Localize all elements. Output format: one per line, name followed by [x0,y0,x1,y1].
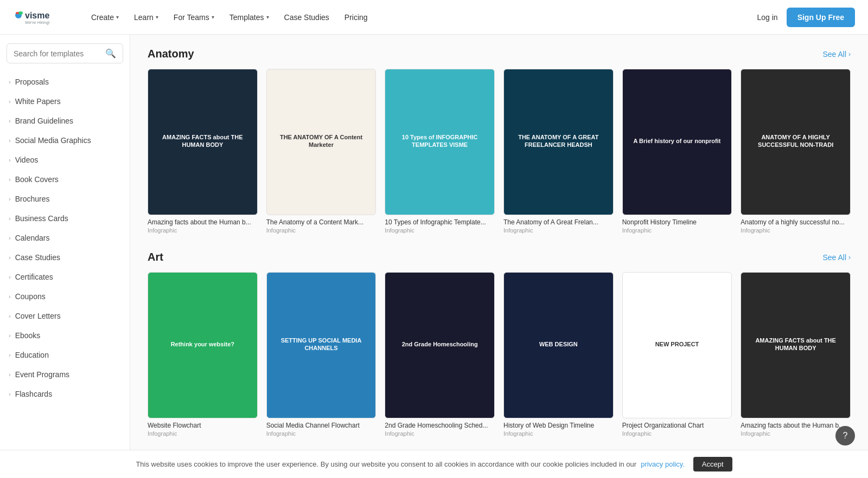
card-title: Anatomy of a highly successful no... [741,218,851,226]
card-image-wrap: SETTING UP SOCIAL MEDIA CHANNELS [266,272,376,418]
search-input[interactable] [14,49,101,58]
sidebar-item-business-cards[interactable]: ›Business Cards [0,209,130,228]
card-type: Infographic [385,430,495,437]
svg-point-1 [18,11,23,15]
card-image-wrap: WEB DESIGN [503,272,614,418]
cookie-banner: This website uses cookies to improve the… [0,450,868,478]
card-preview: AMAZING FACTS about THE HUMAN BODY [148,69,257,215]
see-all-art[interactable]: See All › [822,253,851,262]
template-card[interactable]: NEW PROJECT Project Organizational Chart… [622,272,732,437]
card-preview: AMAZING FACTS about THE HUMAN BODY [741,273,850,418]
privacy-link[interactable]: privacy policy. [641,460,685,468]
sidebar-item-social-media-graphics[interactable]: ›Social Media Graphics [0,131,130,150]
sidebar-arrow-icon: › [9,196,11,202]
card-type: Infographic [148,430,258,437]
nav-right: Log in Sign Up Free [757,8,855,27]
card-type: Infographic [503,430,614,437]
nav-learn[interactable]: Learn▾ [127,9,165,26]
card-preview: THE ANATOMY OF A Content Marketer [267,69,376,215]
nav-templates[interactable]: Templates▾ [223,9,276,26]
template-card[interactable]: 2nd Grade Homeschooling 2nd Grade Homesc… [385,272,495,437]
card-type: Infographic [385,227,495,234]
sidebar-arrow-icon: › [9,391,11,397]
template-card[interactable]: AMAZING FACTS about THE HUMAN BODY Amazi… [741,272,851,437]
sidebar-item-brand-guidelines[interactable]: ›Brand Guidelines [0,111,130,131]
sections-container: Anatomy See All › AMAZING FACTS about TH… [148,48,851,478]
nav-for-teams[interactable]: For Teams▾ [167,9,221,26]
sidebar-arrow-icon: › [9,176,11,183]
template-grid-art: Rethink your website? Website Flowchart … [148,272,851,437]
nav-pricing[interactable]: Pricing [338,9,374,26]
template-card[interactable]: ANATOMY OF A HIGHLY SUCCESSFUL NON-TRADI… [741,69,851,234]
sidebar-arrow-icon: › [9,118,11,124]
section-anatomy: Anatomy See All › AMAZING FACTS about TH… [148,48,851,234]
cookie-accept-button[interactable]: Accept [693,457,732,471]
sidebar-item-white-papers[interactable]: ›White Papers [0,92,130,111]
sidebar-item-coupons[interactable]: ›Coupons [0,287,130,306]
sidebar-item-event-programs[interactable]: ›Event Programs [0,365,130,384]
card-preview: A Brief history of our nonprofit [623,69,732,215]
template-card[interactable]: A Brief history of our nonprofit Nonprof… [622,69,732,234]
section-title-anatomy: Anatomy [148,48,194,60]
section-art: Art See All › Rethink your website? Webs… [148,251,851,437]
card-image-wrap: AMAZING FACTS about THE HUMAN BODY [148,69,258,215]
template-card[interactable]: WEB DESIGN History of Web Design Timelin… [503,272,614,437]
sidebar-item-ebooks[interactable]: ›Ebooks [0,326,130,345]
card-preview: 10 Types of INFOGRAPHIC TEMPLATES VISME [385,69,494,215]
card-title: 2nd Grade Homeschooling Sched... [385,422,495,429]
template-card[interactable]: SETTING UP SOCIAL MEDIA CHANNELS Social … [266,272,376,437]
card-type: Infographic [741,227,851,234]
sidebar-item-education[interactable]: ›Education [0,345,130,365]
sidebar-arrow-icon: › [9,98,11,105]
card-preview: 2nd Grade Homeschooling [385,273,494,418]
template-card[interactable]: 10 Types of INFOGRAPHIC TEMPLATES VISME … [385,69,495,234]
card-image-wrap: NEW PROJECT [622,272,732,418]
visme-logo[interactable]: visme We're Hiring! [13,8,67,27]
template-card[interactable]: THE ANATOMY OF A GREAT FREELANCER HEADSH… [503,69,614,234]
template-card[interactable]: AMAZING FACTS about THE HUMAN BODY Amazi… [148,69,258,234]
card-title: Amazing facts about the Human b... [148,218,258,226]
template-card[interactable]: THE ANATOMY OF A Content Marketer The An… [266,69,376,234]
sidebar-arrow-icon: › [9,79,11,85]
card-title: Nonprofit History Timeline [622,218,732,226]
sidebar-arrow-icon: › [9,332,11,339]
sidebar-item-book-covers[interactable]: ›Book Covers [0,170,130,189]
nav-case-studies[interactable]: Case Studies [278,9,336,26]
card-type: Infographic [741,430,851,437]
sidebar-item-videos[interactable]: ›Videos [0,150,130,170]
sidebar-item-case-studies[interactable]: ›Case Studies [0,248,130,267]
card-type: Infographic [266,430,376,437]
sidebar-item-cover-letters[interactable]: ›Cover Letters [0,306,130,326]
nav-links: Create▾ Learn▾ For Teams▾ Templates▾ Cas… [85,9,757,26]
card-type: Infographic [622,430,732,437]
card-image-wrap: 2nd Grade Homeschooling [385,272,495,418]
sidebar-item-calendars[interactable]: ›Calendars [0,228,130,248]
sidebar-arrow-icon: › [9,313,11,319]
card-title: Project Organizational Chart [622,422,732,429]
svg-text:We're Hiring!: We're Hiring! [25,20,50,25]
login-button[interactable]: Log in [757,13,777,22]
sidebar-arrow-icon: › [9,274,11,280]
page-layout: 🔍 ›Proposals›White Papers›Brand Guidelin… [0,35,868,478]
card-type: Infographic [503,227,614,234]
svg-text:visme: visme [25,11,49,20]
sidebar-arrow-icon: › [9,215,11,222]
nav-create[interactable]: Create▾ [85,9,125,26]
search-icon: 🔍 [105,48,116,59]
see-all-anatomy[interactable]: See All › [822,50,851,59]
logo-area: visme We're Hiring! [13,8,67,27]
search-box[interactable]: 🔍 [7,43,123,63]
signup-button[interactable]: Sign Up Free [787,8,855,27]
sidebar-item-proposals[interactable]: ›Proposals [0,72,130,92]
card-title: The Anatomy of A Great Frelan... [503,218,614,226]
help-button[interactable]: ? [835,426,855,445]
sidebar-arrow-icon: › [9,293,11,300]
template-grid-anatomy: AMAZING FACTS about THE HUMAN BODY Amazi… [148,69,851,234]
card-type: Infographic [622,227,732,234]
sidebar-item-certificates[interactable]: ›Certificates [0,267,130,287]
sidebar-item-brochures[interactable]: ›Brochures [0,189,130,209]
card-image-wrap: THE ANATOMY OF A GREAT FREELANCER HEADSH [503,69,614,215]
card-preview: SETTING UP SOCIAL MEDIA CHANNELS [267,273,376,418]
template-card[interactable]: Rethink your website? Website Flowchart … [148,272,258,437]
sidebar-item-flashcards[interactable]: ›Flashcards [0,384,130,404]
